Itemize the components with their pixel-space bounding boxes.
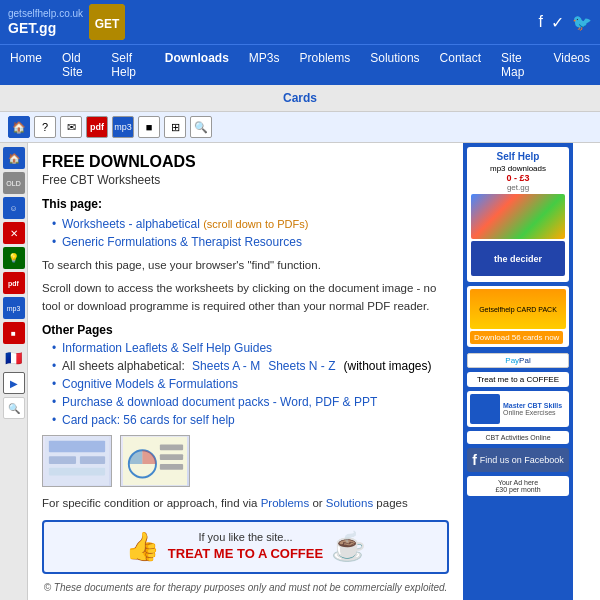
card-thumbnails: [42, 435, 449, 487]
sidebar-bulb-icon[interactable]: 💡: [3, 247, 25, 269]
purchase-item: Purchase & download document packs - Wor…: [52, 395, 449, 409]
svg-rect-10: [160, 454, 183, 460]
coffee-cup-icon: ☕: [331, 530, 366, 563]
toolbar-mp3[interactable]: mp3: [112, 116, 134, 138]
card-pack-link[interactable]: Card pack: 56 cards for self help: [62, 413, 235, 427]
other-pages-list: Information Leaflets & Self Help Guides …: [52, 341, 449, 427]
nav-solutions[interactable]: Solutions: [360, 45, 429, 85]
nav-self-help[interactable]: Self Help: [101, 45, 154, 85]
coffee-banner-inner: 👍 If you like the site... TREAT ME TO A …: [52, 530, 439, 564]
svg-rect-3: [49, 440, 105, 452]
info-leaflets-item: Information Leaflets & Self Help Guides: [52, 341, 449, 355]
master-cbt-card[interactable]: Master CBT Skills Online Exercises: [467, 391, 569, 427]
toolbar-email[interactable]: ✉: [60, 116, 82, 138]
sidebar-x-icon[interactable]: ✕: [3, 222, 25, 244]
toolbar-stop[interactable]: ■: [138, 116, 160, 138]
solutions-link[interactable]: Solutions: [326, 497, 373, 509]
selfhelp-price: 0 - £3: [471, 173, 565, 183]
facebook-icon[interactable]: f: [539, 13, 543, 32]
coffee-side-card[interactable]: Treat me to a COFFEE: [467, 372, 569, 387]
specific-text: For specific condition or approach, find…: [42, 495, 449, 512]
card-pack-sidebar: Getselfhelp CARD PACK Download 56 cards …: [467, 286, 569, 347]
paypal-button[interactable]: PayPal: [467, 353, 569, 368]
sheets-nz-link[interactable]: Sheets N - Z: [268, 359, 335, 373]
selfhelp-mp3-card[interactable]: Self Help mp3 downloads 0 - £3 get.gg th…: [467, 147, 569, 282]
card-thumb-1[interactable]: [42, 435, 112, 487]
nav-sitemap[interactable]: Site Map: [491, 45, 544, 85]
toolbar-pdf[interactable]: pdf: [86, 116, 108, 138]
coffee-if-text: If you like the site...: [168, 530, 323, 545]
site-name: getselfhelp.co.uk GET.gg: [8, 8, 83, 37]
facebook-card[interactable]: f Find us on Facebook: [467, 448, 569, 472]
find-text: To search this page, use your browser's …: [42, 257, 449, 274]
card-pack-title: Getselfhelp CARD PACK: [477, 304, 559, 315]
other-pages-label: Other Pages: [42, 323, 449, 337]
selfhelp-site: get.gg: [471, 183, 565, 192]
sidebar-search-icon[interactable]: 🔍: [3, 397, 25, 419]
toolbar-size[interactable]: ⊞: [164, 116, 186, 138]
nav-old-site[interactable]: Old Site: [52, 45, 101, 85]
toolbar: 🏠 ? ✉ pdf mp3 ■ ⊞ 🔍: [0, 112, 600, 143]
worksheets-link[interactable]: Worksheets - alphabetical: [62, 217, 200, 231]
generic-link[interactable]: Generic Formulations & Therapist Resourc…: [62, 235, 302, 249]
coffee-side-label: Treat me to a COFFEE: [470, 375, 566, 384]
generic-link-item: Generic Formulations & Therapist Resourc…: [52, 235, 449, 249]
info-leaflets-link[interactable]: Information Leaflets & Self Help Guides: [62, 341, 272, 355]
coffee-banner[interactable]: 👍 If you like the site... TREAT ME TO A …: [42, 520, 449, 574]
sidebar-stop-icon[interactable]: ■: [3, 322, 25, 344]
worksheets-note: (scroll down to PDFs): [203, 218, 308, 230]
coffee-text: If you like the site... TREAT ME TO A CO…: [168, 530, 323, 564]
cognitive-link[interactable]: Cognitive Models & Formulations: [62, 377, 238, 391]
svg-rect-6: [49, 468, 105, 476]
all-sheets-item: All sheets alphabetical: Sheets A - M Sh…: [52, 359, 449, 373]
twitter-icon[interactable]: ✓: [551, 13, 564, 32]
selfhelp-image: [471, 194, 565, 239]
toolbar-help[interactable]: ?: [34, 116, 56, 138]
without-images-note: (without images): [344, 359, 432, 373]
nav-mp3s[interactable]: MP3s: [239, 45, 290, 85]
main-nav: Home Old Site Self Help Downloads MP3s P…: [0, 44, 600, 85]
toolbar-home[interactable]: 🏠: [8, 116, 30, 138]
svg-rect-4: [49, 456, 76, 464]
bird-icon[interactable]: 🐦: [572, 13, 592, 32]
sidebar-selfhelp-icon[interactable]: ☺: [3, 197, 25, 219]
sidebar-triangle-icon[interactable]: ▶: [3, 372, 25, 394]
paypal-text: PayPal: [505, 356, 530, 365]
card-pack-item: Card pack: 56 cards for self help: [52, 413, 449, 427]
download-cards-btn[interactable]: Download 56 cards now: [470, 331, 563, 344]
card-pack-image[interactable]: Getselfhelp CARD PACK: [470, 289, 566, 329]
toolbar-search[interactable]: 🔍: [190, 116, 212, 138]
purchase-link[interactable]: Purchase & download document packs - Wor…: [62, 395, 377, 409]
sidebar-home-icon[interactable]: 🏠: [3, 147, 25, 169]
nav-videos[interactable]: Videos: [544, 45, 600, 85]
coffee-title: TREAT ME TO A COFFEE: [168, 546, 323, 561]
header: getselfhelp.co.uk GET.gg GET f ✓ 🐦: [0, 0, 600, 44]
sidebar-pdf-icon[interactable]: pdf: [3, 272, 25, 294]
social-icons: f ✓ 🐦: [539, 13, 592, 32]
page-subtitle: Free CBT Worksheets: [42, 173, 449, 187]
sidebar-old-icon[interactable]: OLD: [3, 172, 25, 194]
cbt-activities-card[interactable]: CBT Activities Online: [467, 431, 569, 444]
nav-contact[interactable]: Contact: [430, 45, 491, 85]
sidebar-flag-icon[interactable]: 🇫🇷: [3, 347, 25, 369]
card-thumb-2[interactable]: [120, 435, 190, 487]
master-cbt-text: Master CBT Skills Online Exercises: [503, 402, 562, 416]
nav-downloads[interactable]: Downloads: [155, 45, 239, 85]
your-ad-card[interactable]: Your Ad here £30 per month: [467, 476, 569, 496]
nav-problems[interactable]: Problems: [290, 45, 361, 85]
sidebar-mp3-icon[interactable]: mp3: [3, 297, 25, 319]
scroll-text: Scroll down to access the worksheets by …: [42, 280, 449, 315]
problems-link[interactable]: Problems: [261, 497, 310, 509]
card-thumb-1-inner: [43, 436, 111, 486]
svg-rect-11: [160, 464, 183, 470]
svg-text:GET: GET: [95, 17, 120, 31]
facebook-label: Find us on Facebook: [480, 455, 564, 465]
copyright-text: © These documents are for therapy purpos…: [42, 582, 449, 593]
page-title: FREE DOWNLOADS: [42, 153, 449, 171]
selfhelp-mp3-subtitle: mp3 downloads: [471, 164, 565, 173]
subnav-cards[interactable]: Cards: [271, 89, 329, 107]
logo-icon: GET: [89, 4, 125, 40]
all-sheets-label: All sheets alphabetical:: [62, 359, 185, 373]
nav-home[interactable]: Home: [0, 45, 52, 85]
sheets-am-link[interactable]: Sheets A - M: [192, 359, 260, 373]
